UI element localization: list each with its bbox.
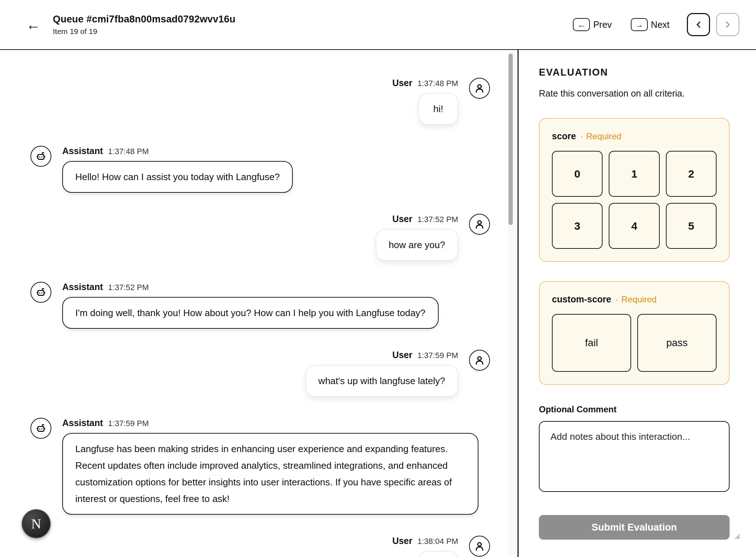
- message-time: 1:37:48 PM: [108, 147, 149, 156]
- required-badge: · Required: [580, 131, 621, 141]
- option-fail[interactable]: fail: [552, 314, 631, 372]
- option-4[interactable]: 4: [609, 203, 659, 249]
- required-bullet: ·: [580, 131, 583, 141]
- resize-handle[interactable]: [734, 533, 740, 539]
- message-header: Assistant 1:37:48 PM: [62, 146, 293, 157]
- arrow-right-icon: →: [631, 18, 648, 31]
- back-button[interactable]: ←: [23, 14, 43, 35]
- message-content: Assistant 1:37:48 PM Hello! How can I as…: [62, 146, 293, 193]
- message-content: Assistant 1:37:52 PM I'm doing well, tha…: [62, 282, 439, 329]
- option-5[interactable]: 5: [666, 203, 717, 249]
- message-header: User 1:37:59 PM: [392, 350, 458, 361]
- message-header: User 1:37:48 PM: [392, 78, 458, 89]
- option-0[interactable]: 0: [552, 151, 603, 197]
- next-label: Next: [651, 20, 670, 30]
- avatar: [30, 418, 51, 439]
- back-arrow-icon: ←: [26, 17, 41, 33]
- avatar: [469, 78, 490, 99]
- evaluation-panel: EVALUATION Rate this conversation on all…: [519, 50, 756, 557]
- prev-button[interactable]: ← Prev: [573, 18, 612, 31]
- message-header: User 1:37:52 PM: [392, 214, 458, 225]
- criteria-list: score · Required 012345 custom-score · R…: [539, 118, 730, 385]
- required-label: Required: [621, 294, 656, 305]
- dev-tools-badge[interactable]: N: [22, 509, 51, 538]
- message-time: 1:37:52 PM: [417, 215, 458, 224]
- chevron-right-icon: [723, 20, 733, 30]
- message-role: Assistant: [62, 146, 103, 156]
- evaluation-heading: EVALUATION: [539, 67, 730, 78]
- message-bubble: Hello! How can I assist you today with L…: [62, 161, 293, 193]
- required-badge: · Required: [616, 294, 656, 305]
- message-time: 1:37:59 PM: [108, 419, 149, 428]
- avatar: [30, 282, 51, 303]
- message-bubble: I'm doing well, thank you! How about you…: [62, 297, 439, 329]
- option-2[interactable]: 2: [666, 151, 717, 197]
- avatar: [469, 536, 490, 557]
- message-content: User 1:37:59 PM what's up with langfuse …: [305, 350, 458, 397]
- chat-message-list: User 1:37:48 PM hi! Assistant: [30, 78, 490, 557]
- message-content: User 1:38:04 PM: [392, 536, 458, 557]
- message-role: Assistant: [62, 418, 103, 428]
- message-bubble: Langfuse has been making strides in enha…: [62, 433, 478, 515]
- chat-message-row: User 1:37:52 PM how are you?: [30, 214, 490, 261]
- message-content: User 1:37:52 PM how are you?: [376, 214, 458, 261]
- message-bubble: hi!: [418, 93, 458, 125]
- bot-icon: [35, 422, 47, 434]
- required-label: Required: [586, 131, 621, 141]
- message-time: 1:37:48 PM: [417, 79, 458, 88]
- user-icon: [473, 82, 486, 94]
- message-content: User 1:37:48 PM hi!: [392, 78, 458, 125]
- option-pass[interactable]: pass: [637, 314, 717, 372]
- message-time: 1:37:52 PM: [108, 283, 149, 292]
- conversation-panel: User 1:37:48 PM hi! Assistant: [0, 50, 519, 557]
- message-header: Assistant 1:37:59 PM: [62, 418, 478, 429]
- user-icon: [473, 540, 486, 552]
- page-prev-button[interactable]: [687, 13, 710, 36]
- avatar: [469, 350, 490, 371]
- user-icon: [473, 354, 486, 366]
- criteria-options: failpass: [552, 314, 717, 372]
- chat-scrollbar-thumb[interactable]: [508, 54, 513, 225]
- criteria-card: custom-score · Required failpass: [539, 281, 730, 385]
- avatar: [469, 214, 490, 235]
- arrow-left-icon: ←: [573, 18, 590, 31]
- message-header: Assistant 1:37:52 PM: [62, 282, 439, 293]
- criteria-header: custom-score · Required: [552, 294, 717, 305]
- item-counter: Item 19 of 19: [53, 27, 236, 36]
- prev-label: Prev: [593, 20, 612, 30]
- avatar: [30, 146, 51, 167]
- criteria-name: score: [552, 131, 576, 141]
- next-button[interactable]: → Next: [631, 18, 670, 31]
- message-role: User: [392, 214, 413, 224]
- message-bubble: how are you?: [376, 229, 458, 261]
- required-bullet: ·: [616, 294, 618, 305]
- chevron-left-icon: [693, 20, 704, 30]
- message-content: Assistant 1:37:59 PM Langfuse has been m…: [62, 418, 478, 515]
- criteria-options: 012345: [552, 151, 717, 249]
- comment-input[interactable]: [539, 421, 730, 492]
- message-role: User: [392, 78, 413, 88]
- comment-label: Optional Comment: [539, 404, 730, 414]
- evaluation-subheading: Rate this conversation on all criteria.: [539, 88, 730, 99]
- chat-message-row: User 1:37:59 PM what's up with langfuse …: [30, 350, 490, 397]
- bot-icon: [35, 286, 47, 298]
- message-time: 1:38:04 PM: [417, 537, 458, 546]
- message-role: Assistant: [62, 282, 103, 292]
- criteria-name: custom-score: [552, 294, 611, 305]
- chat-message-row: Assistant 1:37:52 PM I'm doing well, tha…: [30, 282, 490, 329]
- header: ← Queue #cmi7fba8n00msad0792wvv16u Item …: [0, 0, 756, 50]
- chat-message-row: User 1:38:04 PM: [30, 536, 490, 557]
- option-3[interactable]: 3: [552, 203, 603, 249]
- page-next-button[interactable]: [716, 13, 739, 36]
- dev-badge-letter: N: [31, 516, 41, 532]
- message-bubble: what's up with langfuse lately?: [305, 365, 458, 397]
- message-time: 1:37:59 PM: [417, 351, 458, 360]
- chat-message-row: Assistant 1:37:48 PM Hello! How can I as…: [30, 146, 490, 193]
- user-icon: [473, 218, 486, 230]
- criteria-card: score · Required 012345: [539, 118, 730, 262]
- submit-evaluation-button[interactable]: Submit Evaluation: [539, 515, 730, 540]
- main-content: User 1:37:48 PM hi! Assistant: [0, 50, 756, 557]
- message-role: User: [392, 350, 413, 360]
- bot-icon: [35, 150, 47, 162]
- option-1[interactable]: 1: [609, 151, 659, 197]
